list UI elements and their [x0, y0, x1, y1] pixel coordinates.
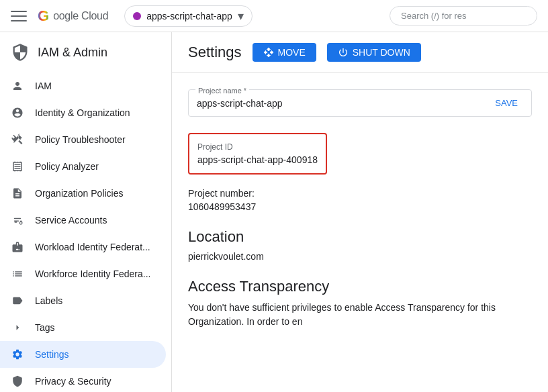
label-icon [11, 294, 24, 307]
save-label: SAVE [495, 98, 518, 108]
sidebar-item-iam[interactable]: IAM [0, 72, 166, 99]
page-title: Settings [188, 44, 242, 61]
sidebar-item-label: Identity & Organization [35, 107, 130, 118]
main-layout: IAM & Admin IAM Identity & Organization … [0, 32, 548, 392]
arrow-right-icon [11, 321, 24, 334]
account-circle-icon [11, 106, 24, 119]
project-selector[interactable]: apps-script-chat-app ▾ [124, 5, 253, 27]
move-icon [263, 47, 274, 58]
manage-accounts-icon [11, 213, 24, 227]
sidebar-item-org-policies[interactable]: Organization Policies [0, 180, 166, 207]
sidebar-item-labels[interactable]: Labels [0, 287, 166, 314]
location-value: pierrickvoulet.com [188, 251, 532, 262]
sidebar-item-workforce-identity[interactable]: Workforce Identity Federa... [0, 260, 166, 287]
project-name-field-label: Project name * [198, 87, 246, 95]
sidebar-item-label: Workforce Identity Federa... [35, 268, 150, 279]
settings-icon [11, 348, 24, 361]
sidebar-item-label: Policy Analyzer [35, 161, 99, 172]
sidebar-item-service-accounts[interactable]: Service Accounts [0, 207, 166, 234]
sidebar-item-policy-analyzer[interactable]: Policy Analyzer [0, 153, 166, 180]
access-transparency-section: Access Transparency You don't have suffi… [188, 278, 532, 329]
project-name-input[interactable] [197, 98, 490, 109]
description-icon [11, 187, 24, 200]
sidebar-item-label: Organization Policies [35, 188, 124, 199]
project-id-label: Project ID [197, 142, 318, 152]
build-icon [11, 133, 24, 146]
sidebar: IAM & Admin IAM Identity & Organization … [0, 32, 172, 392]
shutdown-label: SHUT DOWN [353, 47, 410, 58]
sidebar-header: IAM & Admin [0, 32, 171, 67]
project-id-box: Project ID apps-script-chat-app-400918 [188, 133, 327, 175]
save-button[interactable]: SAVE [490, 95, 523, 111]
privacy-shield-icon [11, 375, 24, 388]
google-cloud-text: oogle Cloud [53, 10, 108, 22]
sidebar-item-identity-org[interactable]: Identity & Organization [0, 99, 166, 126]
shutdown-button[interactable]: SHUT DOWN [327, 43, 421, 62]
sidebar-item-settings[interactable]: Settings [0, 341, 166, 368]
sidebar-item-label: Service Accounts [35, 215, 107, 226]
project-number-section: Project number: 1060489953437 [188, 188, 532, 212]
person-icon [11, 79, 24, 93]
topbar: G oogle Cloud apps-script-chat-app ▾ Sea… [0, 0, 548, 32]
location-title: Location [188, 228, 532, 246]
sidebar-item-label: Privacy & Security [35, 376, 111, 387]
hamburger-menu[interactable] [11, 8, 27, 24]
sidebar-item-label: Labels [35, 295, 62, 306]
sidebar-item-label: Settings [35, 349, 69, 360]
receipt-icon [11, 160, 24, 173]
access-transparency-description: You don't have sufficient privileges to … [188, 301, 532, 329]
iam-admin-icon [11, 43, 30, 62]
sidebar-nav: IAM Identity & Organization Policy Troub… [0, 67, 171, 392]
format-list-icon [11, 267, 24, 281]
project-id-value: apps-script-chat-app-400918 [197, 154, 318, 165]
google-cloud-logo[interactable]: G oogle Cloud [38, 7, 108, 25]
project-number-label: Project number: [188, 188, 532, 199]
sidebar-item-label: Tags [35, 322, 55, 333]
project-name-label: apps-script-chat-app [146, 11, 232, 21]
google-g-logo: G [38, 7, 49, 25]
access-transparency-title: Access Transparency [188, 278, 532, 295]
sidebar-item-privacy-security[interactable]: Privacy & Security [0, 368, 166, 392]
move-label: MOVE [278, 47, 306, 58]
chevron-down-icon: ▾ [238, 9, 244, 23]
shutdown-icon [338, 47, 349, 58]
content-area: Settings MOVE SHUT DOWN Project name * [172, 32, 548, 392]
sidebar-item-label: Policy Troubleshooter [35, 134, 126, 145]
search-placeholder: Search (/) for res [401, 11, 467, 21]
sidebar-item-label: Workload Identity Federat... [35, 242, 150, 252]
sidebar-item-workload-identity[interactable]: Workload Identity Federat... [0, 234, 166, 260]
project-name-field-group: Project name * SAVE [188, 89, 532, 117]
sidebar-item-label: IAM [35, 81, 52, 91]
sidebar-item-policy-troubleshooter[interactable]: Policy Troubleshooter [0, 126, 166, 153]
badge-icon [11, 240, 24, 254]
location-section: Location pierrickvoulet.com [188, 228, 532, 262]
content-header: Settings MOVE SHUT DOWN [172, 32, 548, 73]
content-body: Project name * SAVE Project ID apps-scri… [172, 73, 548, 345]
search-box[interactable]: Search (/) for res [390, 6, 537, 26]
move-button[interactable]: MOVE [253, 43, 316, 62]
sidebar-title: IAM & Admin [38, 46, 107, 60]
project-number-value: 1060489953437 [188, 201, 532, 212]
project-dot-icon [133, 12, 141, 20]
sidebar-item-tags[interactable]: Tags [0, 314, 166, 341]
